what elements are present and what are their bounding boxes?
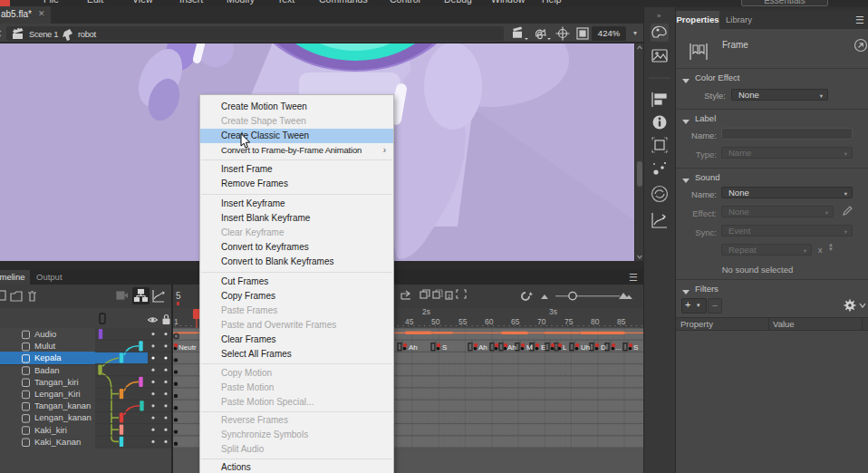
- svg-text:45: 45: [405, 317, 414, 326]
- svg-text:Ah: Ah: [507, 343, 516, 352]
- svg-text:75: 75: [564, 317, 574, 326]
- svg-text:70: 70: [537, 317, 546, 326]
- svg-text:60: 60: [485, 317, 494, 326]
- svg-text:85: 85: [617, 317, 626, 326]
- svg-text:L: L: [563, 343, 567, 352]
- svg-text:1: 1: [174, 317, 178, 326]
- svg-text:Ah: Ah: [478, 343, 487, 352]
- svg-text:Neutr: Neutr: [178, 343, 197, 352]
- svg-text:2s: 2s: [422, 307, 430, 316]
- svg-text:...: ...: [615, 343, 622, 352]
- svg-text:S: S: [442, 343, 447, 352]
- svg-text:D: D: [601, 343, 606, 352]
- svg-text:M: M: [526, 343, 533, 352]
- svg-text:»: »: [657, 12, 661, 20]
- svg-text:S: S: [633, 343, 638, 352]
- svg-text:80: 80: [591, 317, 600, 326]
- svg-text:Uh: Uh: [581, 343, 590, 352]
- svg-text:50: 50: [431, 317, 440, 326]
- svg-text:E: E: [541, 343, 545, 352]
- svg-text:3s: 3s: [549, 307, 557, 316]
- svg-text:Ah: Ah: [409, 343, 418, 352]
- svg-text:55: 55: [458, 317, 468, 326]
- svg-text:65: 65: [511, 317, 520, 326]
